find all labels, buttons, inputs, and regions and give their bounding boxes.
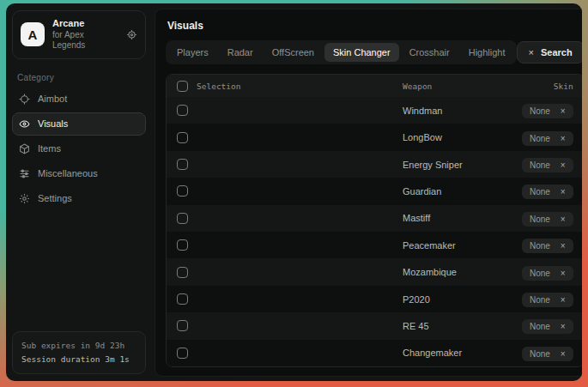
- remove-skin-icon[interactable]: ×: [561, 295, 566, 305]
- weapon-name: Guardian: [291, 186, 522, 197]
- table-header-row: Selection Weapon Skin: [167, 75, 582, 97]
- sidebar-nav: Aimbot Visuals Items Miscellaneous: [12, 88, 146, 210]
- main-panel: Visuals Players Radar OffScreen Skin Cha…: [155, 9, 582, 377]
- table-row[interactable]: Mastiff None ×: [167, 205, 582, 232]
- select-all-checkbox[interactable]: [177, 81, 188, 92]
- sidebar-item-label: Visuals: [38, 118, 68, 129]
- tab[interactable]: Crosshair: [401, 43, 458, 62]
- row-checkbox[interactable]: [177, 348, 188, 359]
- weapon-name: Peacemaker: [291, 240, 522, 251]
- gear-icon: [19, 193, 30, 204]
- app-subtitle: for Apex Legends: [52, 30, 118, 51]
- table-body: Windman None × LongBow: [167, 97, 582, 366]
- sub-expiry-text: Sub expires in 9d 23h: [21, 339, 136, 353]
- sidebar-item[interactable]: Settings: [12, 187, 146, 210]
- gear-icon[interactable]: [126, 29, 137, 40]
- table-row[interactable]: Guardian None ×: [167, 178, 582, 204]
- row-checkbox[interactable]: [177, 105, 188, 116]
- remove-skin-icon[interactable]: ×: [561, 349, 566, 359]
- skin-value: None: [530, 269, 550, 278]
- skin-value: None: [530, 349, 550, 359]
- weapon-name: P2020: [291, 294, 522, 305]
- remove-skin-icon[interactable]: ×: [561, 134, 566, 143]
- remove-skin-icon[interactable]: ×: [561, 241, 566, 251]
- skin-column-header: Skin: [554, 82, 573, 91]
- table-row[interactable]: RE 45 None ×: [167, 312, 582, 339]
- brand-card: A Arcane for Apex Legends: [12, 10, 146, 59]
- skin-select-pill[interactable]: None ×: [522, 319, 573, 334]
- tab[interactable]: Skin Changer: [324, 43, 399, 62]
- eye-icon: [19, 118, 30, 130]
- sidebar-item[interactable]: Miscellaneous: [12, 162, 146, 185]
- table-row[interactable]: Peacemaker None ×: [167, 232, 582, 258]
- skin-select-pill[interactable]: None ×: [522, 131, 573, 146]
- row-checkbox[interactable]: [177, 185, 188, 197]
- table-row[interactable]: Energy Sniper None ×: [167, 151, 582, 178]
- sidebar-item[interactable]: Visuals: [12, 112, 146, 136]
- tab-bar: Players Radar OffScreen Skin Changer Cro…: [166, 40, 517, 64]
- skin-value: None: [530, 295, 550, 305]
- skin-select-pill[interactable]: None ×: [522, 239, 573, 253]
- weapon-column-header: Weapon: [291, 82, 554, 91]
- skin-select-pill[interactable]: None ×: [522, 104, 573, 118]
- sidebar-item-label: Aimbot: [38, 94, 67, 104]
- sidebar-item-label: Settings: [38, 193, 72, 203]
- sidebar-item[interactable]: Items: [12, 137, 146, 160]
- remove-skin-icon[interactable]: ×: [561, 322, 566, 331]
- weapon-name: LongBow: [291, 132, 522, 142]
- skin-select-pill[interactable]: None ×: [522, 212, 573, 227]
- skin-value: None: [530, 106, 550, 116]
- row-checkbox[interactable]: [177, 213, 188, 224]
- sidebar-item-label: Miscellaneous: [38, 168, 98, 178]
- sidebar-item[interactable]: Aimbot: [12, 88, 146, 111]
- search-button[interactable]: × Search: [517, 41, 582, 63]
- skin-value: None: [530, 215, 550, 224]
- app-window: A Arcane for Apex Legends Category Aimbo…: [6, 3, 582, 381]
- weapon-name: Changemaker: [291, 348, 522, 358]
- sliders-icon: [19, 168, 30, 179]
- remove-skin-icon[interactable]: ×: [561, 160, 566, 170]
- tab[interactable]: Highlight: [460, 43, 514, 62]
- sidebar-item-label: Items: [38, 143, 61, 154]
- tab[interactable]: OffScreen: [264, 43, 323, 62]
- sidebar: A Arcane for Apex Legends Category Aimbo…: [6, 3, 152, 381]
- remove-skin-icon[interactable]: ×: [561, 215, 566, 224]
- search-icon: ×: [529, 47, 534, 57]
- table-row[interactable]: Windman None ×: [167, 97, 582, 124]
- remove-skin-icon[interactable]: ×: [561, 106, 566, 116]
- row-checkbox[interactable]: [177, 159, 188, 170]
- skin-select-pill[interactable]: None ×: [522, 158, 573, 172]
- skin-value: None: [530, 241, 550, 251]
- skin-value: None: [530, 322, 550, 331]
- skin-select-pill[interactable]: None ×: [522, 293, 573, 307]
- remove-skin-icon[interactable]: ×: [561, 269, 566, 278]
- weapon-name: Mozambique: [291, 267, 522, 277]
- tab[interactable]: Radar: [219, 43, 262, 62]
- session-duration-text: Session duration 3m 1s: [21, 353, 136, 366]
- selection-column-header: Selection: [197, 82, 291, 91]
- table-row[interactable]: Mozambique None ×: [167, 258, 582, 285]
- skin-select-pill[interactable]: None ×: [522, 266, 573, 281]
- tab[interactable]: Players: [168, 43, 217, 62]
- table-row[interactable]: Changemaker None ×: [167, 340, 582, 366]
- skin-value: None: [530, 134, 550, 143]
- row-checkbox[interactable]: [177, 293, 188, 305]
- remove-skin-icon[interactable]: ×: [561, 187, 566, 197]
- row-checkbox[interactable]: [177, 239, 188, 251]
- skin-select-pill[interactable]: None ×: [522, 347, 573, 361]
- category-label: Category: [17, 73, 141, 82]
- cube-icon: [19, 143, 30, 154]
- skin-select-pill[interactable]: None ×: [522, 184, 573, 199]
- weapon-name: RE 45: [291, 321, 522, 331]
- crosshair-icon: [19, 94, 30, 105]
- row-checkbox[interactable]: [177, 320, 188, 331]
- app-name: Arcane: [52, 18, 118, 30]
- table-row[interactable]: P2020 None ×: [167, 286, 582, 312]
- row-checkbox[interactable]: [177, 267, 188, 278]
- table-row[interactable]: LongBow None ×: [167, 124, 582, 150]
- page-title: Visuals: [167, 20, 582, 32]
- toolbar: Players Radar OffScreen Skin Changer Cro…: [166, 40, 582, 64]
- skin-table: Selection Weapon Skin Windman None ×: [166, 74, 582, 367]
- row-checkbox[interactable]: [177, 132, 188, 143]
- subscription-card: Sub expires in 9d 23h Session duration 3…: [12, 331, 146, 374]
